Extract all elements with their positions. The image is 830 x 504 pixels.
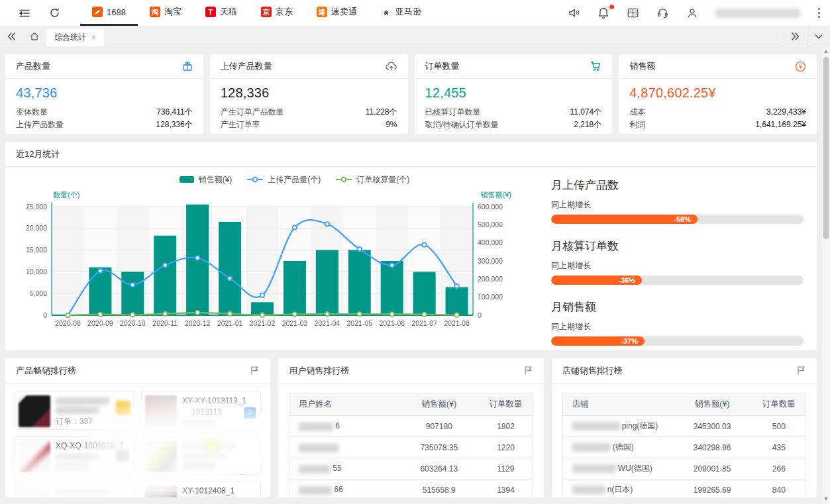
svg-text:500,000: 500,000 bbox=[478, 221, 503, 228]
tab-comprehensive-statistics[interactable]: 综合统计 × bbox=[46, 29, 104, 46]
sales-cell: 340298.96 bbox=[672, 437, 752, 458]
growth-item-1: 月核算订单数 同上期增长 -36% bbox=[551, 238, 804, 285]
column-header: 订单数量 bbox=[752, 393, 806, 416]
column-header: 订单数量 bbox=[479, 393, 533, 416]
stat-card-row: 利润 1,641,169.25¥ bbox=[629, 119, 806, 131]
flag-icon[interactable] bbox=[523, 366, 533, 376]
product-image bbox=[145, 485, 177, 497]
product-card-0[interactable]: 订单：387 bbox=[15, 391, 134, 430]
stat-card-row: 成本 3,229,433¥ bbox=[629, 106, 806, 119]
forward-tabs-icon[interactable] bbox=[784, 26, 807, 46]
orders-cell: 1220 bbox=[479, 437, 533, 458]
aliexpress-icon: 速 bbox=[317, 7, 327, 17]
legend-label: 订单核算量(个) bbox=[356, 174, 409, 185]
platform-tab-淘宝[interactable]: 淘淘宝 bbox=[138, 0, 193, 26]
svg-text:600,000: 600,000 bbox=[478, 203, 503, 211]
sales-cell: 735078.35 bbox=[399, 437, 479, 458]
name-visible-suffix: WU(德国) bbox=[618, 464, 652, 473]
product-image bbox=[19, 395, 50, 427]
product-card-5[interactable]: XY-1012408_1 bbox=[141, 481, 261, 497]
announcement-icon[interactable] bbox=[568, 7, 580, 19]
stat-row-label: 上传产品数量 bbox=[16, 119, 64, 131]
name-cell bbox=[289, 437, 399, 458]
platform-tab-1688[interactable]: 1688 bbox=[80, 0, 138, 26]
svg-text:2021-07: 2021-07 bbox=[411, 319, 437, 327]
store-sales-table: 店铺销售额(¥)订单数量 ping(德国) 345300.03 500 (德国)… bbox=[562, 393, 806, 497]
platform-tab-天猫[interactable]: T天猫 bbox=[193, 0, 249, 26]
svg-text:0: 0 bbox=[478, 311, 482, 319]
workbench-icon[interactable] bbox=[627, 7, 639, 19]
svg-text:2021-01: 2021-01 bbox=[217, 319, 243, 327]
product-info bbox=[182, 440, 257, 471]
scrollbar-thumb[interactable] bbox=[823, 57, 829, 239]
svg-text:2020-12: 2020-12 bbox=[185, 319, 211, 327]
platform-tab-京东[interactable]: 京京东 bbox=[249, 0, 305, 26]
customer-service-icon[interactable] bbox=[656, 7, 669, 19]
product-image bbox=[145, 395, 177, 427]
stat-row-value: 2,218个 bbox=[574, 119, 601, 131]
legend-item-订单核算量(个)[interactable]: 订单核算量(个) bbox=[335, 174, 409, 185]
growth-progress-fill: -58% bbox=[551, 215, 698, 224]
growth-pct-label: -37% bbox=[621, 337, 638, 345]
product-card-4[interactable] bbox=[15, 481, 134, 497]
username-redacted[interactable] bbox=[715, 9, 800, 18]
kebab-menu-icon[interactable] bbox=[817, 7, 821, 19]
collapse-menu-icon[interactable] bbox=[9, 0, 40, 26]
product-card-2[interactable]: XQ-XQ-1003918_7 bbox=[15, 436, 134, 475]
stat-card-row: 产生订单产品数量 11,228个 bbox=[221, 106, 397, 119]
platform-tab-亚马逊[interactable]: a亚马逊 bbox=[369, 0, 433, 26]
svg-text:2021-03: 2021-03 bbox=[282, 319, 308, 327]
tab-actions-dropdown-icon[interactable] bbox=[807, 26, 830, 46]
stat-card-body: 12,455 已核算订单数量 11,074个 取消/待确认订单数量 2,218个 bbox=[415, 79, 613, 131]
browser-toolbar: 1688淘淘宝T天猫京京东速速卖通a亚马逊 bbox=[0, 0, 830, 26]
user-icon[interactable] bbox=[686, 7, 698, 19]
table-header-row: 用户姓名销售额(¥)订单数量 bbox=[289, 393, 533, 416]
svg-text:2021-04: 2021-04 bbox=[315, 319, 340, 327]
bell-icon[interactable] bbox=[597, 7, 609, 19]
product-order-count: 订单：387 bbox=[56, 416, 130, 427]
product-code: XY-1012408_1 bbox=[182, 485, 257, 497]
vertical-scrollbar[interactable] bbox=[822, 46, 830, 504]
svg-text:2020-09: 2020-09 bbox=[87, 319, 113, 327]
product-badge: 2 bbox=[244, 407, 256, 419]
tab-label: 综合统计 bbox=[54, 32, 86, 43]
legend-item-销售额(¥)[interactable]: 销售额(¥) bbox=[179, 174, 233, 185]
flag-icon[interactable] bbox=[250, 366, 260, 376]
stat-row-label: 已核算订单数量 bbox=[425, 106, 481, 119]
platform-tab-label: 淘宝 bbox=[164, 6, 182, 18]
stores-panel-title: 店铺销售排行榜 bbox=[562, 365, 623, 377]
platform-tab-label: 天猫 bbox=[220, 6, 237, 18]
product-image bbox=[145, 440, 177, 472]
stat-row-value: 3,229,433¥ bbox=[766, 106, 806, 119]
scroll-up-arrow-icon[interactable] bbox=[824, 50, 828, 53]
tabbar-right bbox=[784, 26, 830, 46]
growth-title: 月上传产品数 bbox=[551, 177, 804, 193]
chart-panel: 近12月统计 销售额(¥)上传产品量(个)订单核算量(个) 05,00010,0… bbox=[5, 142, 817, 350]
product-card-3[interactable] bbox=[141, 436, 261, 475]
stat-card-row: 已核算订单数量 11,074个 bbox=[425, 106, 602, 119]
name-visible-suffix: 66 bbox=[334, 485, 342, 494]
stat-card-title: 产品数量 bbox=[16, 60, 50, 72]
flag-icon[interactable] bbox=[796, 366, 806, 376]
growth-item-0: 月上传产品数 同上期增长 -58% bbox=[551, 177, 804, 224]
product-card-1[interactable]: XY-XY-1013113_1 1013113 2 bbox=[141, 391, 261, 430]
taobao-icon: 淘 bbox=[150, 7, 160, 17]
home-icon[interactable] bbox=[23, 26, 46, 46]
users-panel-title: 用户销售排行榜 bbox=[289, 365, 349, 377]
stat-row-value: 128,336个 bbox=[156, 119, 192, 131]
platform-tab-速卖通[interactable]: 速速卖通 bbox=[305, 0, 369, 26]
refresh-icon[interactable] bbox=[40, 0, 70, 26]
stat-card-title: 销售额 bbox=[629, 60, 655, 72]
back-tabs-icon[interactable] bbox=[0, 26, 23, 46]
name-cell: 66 bbox=[289, 479, 399, 498]
scroll-down-arrow-icon[interactable] bbox=[824, 497, 828, 501]
toolbar-right bbox=[568, 0, 823, 26]
product-info: XY-XY-1013113_1 1013113 2 bbox=[182, 395, 257, 426]
chart-panel-title: 近12月统计 bbox=[16, 148, 60, 160]
svg-text:300,000: 300,000 bbox=[478, 257, 503, 265]
product-info: XQ-XQ-1003918_7 bbox=[56, 440, 130, 471]
tabbar-left: 综合统计 × bbox=[0, 26, 104, 46]
legend-item-上传产品量(个)[interactable]: 上传产品量(个) bbox=[246, 174, 321, 185]
stat-row-value: 736,411个 bbox=[156, 106, 193, 119]
close-icon[interactable]: × bbox=[91, 33, 96, 42]
